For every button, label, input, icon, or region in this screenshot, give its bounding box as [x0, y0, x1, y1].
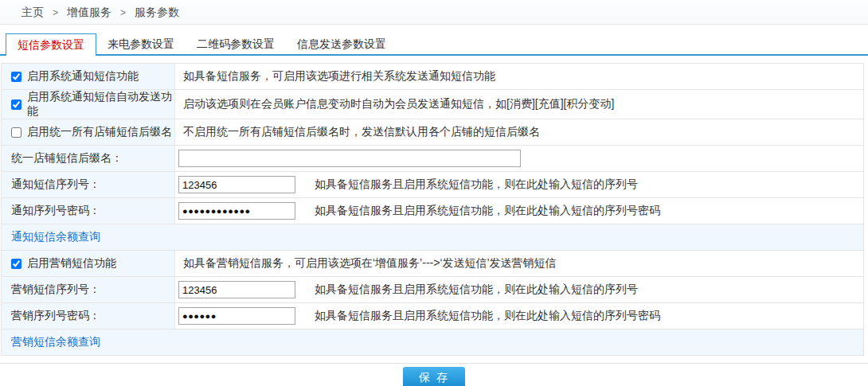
table-row: 营销短信序列号： 如具备短信服务且启用系统短信功能，则在此处输入短信的序列号	[2, 277, 863, 303]
breadcrumb-separator: >	[53, 7, 58, 18]
field-label: 营销短信序列号：	[11, 283, 100, 297]
table-row: 启用系统通知短信自动发送功能 启动该选项则在会员账户信息变动时自动为会员发送通知…	[2, 90, 863, 119]
table-row: 启用统一所有店铺短信后缀名 不启用统一所有店铺短信后缀名时，发送信默认用各个店铺…	[2, 119, 863, 146]
field-label: 通知序列号密码：	[11, 204, 100, 218]
field-label: 通知短信序列号：	[11, 177, 100, 192]
tab-qrcode-params[interactable]: 二维码参数设置	[186, 34, 286, 54]
row-description: 如具备短信服务且启用系统短信功能，则在此处输入短信的序列号密码	[315, 309, 660, 323]
notify-sms-balance-link[interactable]: 通知短信余额查询	[11, 230, 100, 244]
table-row: 统一店铺短信后缀名：	[2, 146, 863, 172]
tab-sms-params[interactable]: 短信参数设置	[6, 33, 96, 56]
table-row: 营销序列号密码： 如具备短信服务且启用系统短信功能，则在此处输入短信的序列号密码	[2, 303, 863, 329]
tab-call-params[interactable]: 来电参数设置	[96, 34, 186, 54]
notify-serial-password-input[interactable]	[178, 202, 295, 220]
row-description: 如具备短信服务，可启用该选项进行相关系统发送通知短信功能	[183, 69, 495, 84]
table-row: 通知序列号密码： 如具备短信服务且启用系统短信功能，则在此处输入短信的序列号密码	[2, 198, 863, 224]
table-row: 通知短信余额查询	[2, 224, 863, 251]
field-label: 统一店铺短信后缀名：	[11, 151, 123, 166]
checkbox-label: 启用统一所有店铺短信后缀名	[27, 125, 172, 139]
row-description: 如具备短信服务且启用系统短信功能，则在此处输入短信的序列号密码	[315, 204, 660, 218]
row-description: 如具备营销短信服务，可启用该选项在‘增值服务’--->‘发送短信’发送营销短信	[183, 256, 557, 271]
row-description: 启动该选项则在会员账户信息变动时自动为会员发送通知短信，如[消费][充值][积分…	[183, 97, 614, 111]
unified-suffix-input[interactable]	[178, 150, 521, 167]
breadcrumb-separator: >	[120, 7, 126, 18]
field-label: 营销序列号密码：	[11, 309, 100, 323]
tab-bar: 短信参数设置 来电参数设置 二维码参数设置 信息发送参数设置	[0, 33, 868, 56]
marketing-sms-balance-link[interactable]: 营销短信余额查询	[11, 335, 100, 349]
table-row: 启用系统通知短信功能 如具备短信服务，可启用该选项进行相关系统发送通知短信功能	[2, 64, 863, 90]
checkbox-label: 启用营销短信功能	[27, 256, 116, 271]
enable-unified-suffix-checkbox[interactable]	[11, 127, 22, 138]
tab-message-send-params[interactable]: 信息发送参数设置	[286, 34, 397, 54]
breadcrumb-home[interactable]: 主页	[22, 6, 44, 18]
table-row: 通知短信序列号： 如具备短信服务且启用系统短信功能，则在此处输入短信的序列号	[2, 172, 863, 198]
enable-auto-send-notify-sms-checkbox[interactable]	[11, 99, 22, 110]
table-row: 营销短信余额查询	[2, 329, 863, 356]
marketing-sms-serial-input[interactable]	[178, 281, 295, 298]
settings-table: 启用系统通知短信功能 如具备短信服务，可启用该选项进行相关系统发送通知短信功能 …	[1, 63, 864, 356]
row-description: 不启用统一所有店铺短信后缀名时，发送信默认用各个店铺的短信后缀名	[183, 125, 540, 139]
save-button[interactable]: 保 存	[403, 367, 465, 386]
row-description: 如具备短信服务且启用系统短信功能，则在此处输入短信的序列号	[315, 177, 638, 192]
breadcrumb-value-added-services[interactable]: 增值服务	[67, 6, 111, 18]
checkbox-label: 启用系统通知短信功能	[27, 69, 139, 84]
notify-sms-serial-input[interactable]	[178, 176, 295, 193]
marketing-serial-password-input[interactable]	[178, 307, 295, 325]
breadcrumb: 主页>增值服务>服务参数	[0, 0, 868, 25]
row-description: 如具备短信服务且启用系统短信功能，则在此处输入短信的序列号	[315, 283, 638, 297]
enable-marketing-sms-checkbox[interactable]	[11, 259, 22, 269]
breadcrumb-service-params: 服务参数	[135, 6, 179, 18]
checkbox-label: 启用系统通知短信自动发送功能	[27, 90, 174, 119]
table-row: 启用营销短信功能 如具备营销短信服务，可启用该选项在‘增值服务’--->‘发送短…	[2, 251, 863, 277]
enable-notify-sms-checkbox[interactable]	[11, 72, 22, 82]
save-bar: 保 存	[0, 363, 868, 386]
